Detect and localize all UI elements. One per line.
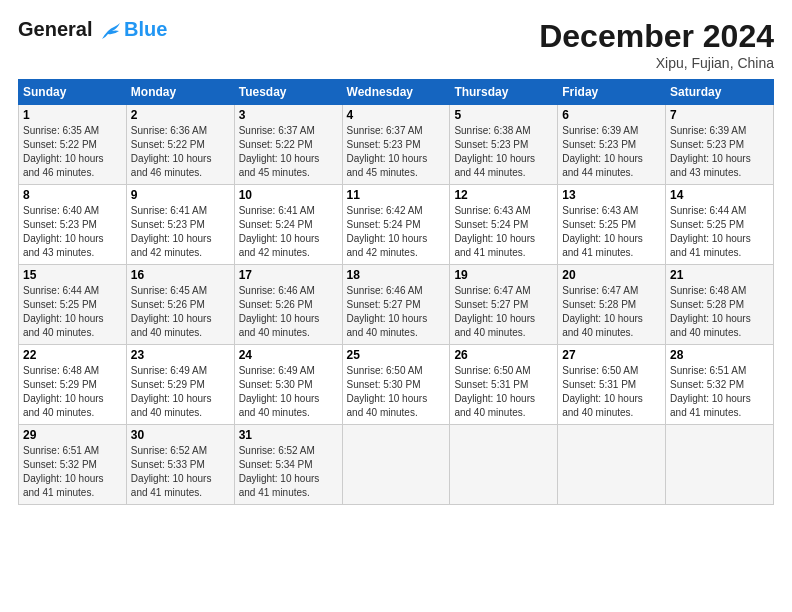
day-info: Sunrise: 6:47 AM Sunset: 5:28 PM Dayligh… xyxy=(562,284,661,340)
day-number: 12 xyxy=(454,188,553,202)
calendar-cell: 23Sunrise: 6:49 AM Sunset: 5:29 PM Dayli… xyxy=(126,345,234,425)
day-info: Sunrise: 6:38 AM Sunset: 5:23 PM Dayligh… xyxy=(454,124,553,180)
day-number: 6 xyxy=(562,108,661,122)
day-number: 31 xyxy=(239,428,338,442)
col-monday: Monday xyxy=(126,80,234,105)
calendar-cell: 7Sunrise: 6:39 AM Sunset: 5:23 PM Daylig… xyxy=(666,105,774,185)
day-info: Sunrise: 6:49 AM Sunset: 5:29 PM Dayligh… xyxy=(131,364,230,420)
day-number: 14 xyxy=(670,188,769,202)
day-number: 28 xyxy=(670,348,769,362)
day-info: Sunrise: 6:48 AM Sunset: 5:28 PM Dayligh… xyxy=(670,284,769,340)
day-number: 22 xyxy=(23,348,122,362)
day-info: Sunrise: 6:44 AM Sunset: 5:25 PM Dayligh… xyxy=(670,204,769,260)
calendar-cell: 14Sunrise: 6:44 AM Sunset: 5:25 PM Dayli… xyxy=(666,185,774,265)
day-info: Sunrise: 6:42 AM Sunset: 5:24 PM Dayligh… xyxy=(347,204,446,260)
day-number: 13 xyxy=(562,188,661,202)
day-info: Sunrise: 6:37 AM Sunset: 5:22 PM Dayligh… xyxy=(239,124,338,180)
header: General Blue December 2024 Xipu, Fujian,… xyxy=(18,18,774,71)
day-info: Sunrise: 6:41 AM Sunset: 5:24 PM Dayligh… xyxy=(239,204,338,260)
page-container: General Blue December 2024 Xipu, Fujian,… xyxy=(0,0,792,515)
day-number: 26 xyxy=(454,348,553,362)
day-number: 10 xyxy=(239,188,338,202)
calendar-cell: 24Sunrise: 6:49 AM Sunset: 5:30 PM Dayli… xyxy=(234,345,342,425)
day-info: Sunrise: 6:46 AM Sunset: 5:26 PM Dayligh… xyxy=(239,284,338,340)
day-number: 15 xyxy=(23,268,122,282)
calendar-cell: 20Sunrise: 6:47 AM Sunset: 5:28 PM Dayli… xyxy=(558,265,666,345)
day-number: 8 xyxy=(23,188,122,202)
calendar-week-row-4: 22Sunrise: 6:48 AM Sunset: 5:29 PM Dayli… xyxy=(19,345,774,425)
logo-general: General xyxy=(18,18,92,40)
day-info: Sunrise: 6:50 AM Sunset: 5:31 PM Dayligh… xyxy=(454,364,553,420)
col-sunday: Sunday xyxy=(19,80,127,105)
calendar-cell: 1Sunrise: 6:35 AM Sunset: 5:22 PM Daylig… xyxy=(19,105,127,185)
day-number: 9 xyxy=(131,188,230,202)
day-number: 27 xyxy=(562,348,661,362)
day-number: 30 xyxy=(131,428,230,442)
day-number: 16 xyxy=(131,268,230,282)
calendar-cell xyxy=(342,425,450,505)
calendar-cell: 9Sunrise: 6:41 AM Sunset: 5:23 PM Daylig… xyxy=(126,185,234,265)
day-info: Sunrise: 6:44 AM Sunset: 5:25 PM Dayligh… xyxy=(23,284,122,340)
day-info: Sunrise: 6:52 AM Sunset: 5:34 PM Dayligh… xyxy=(239,444,338,500)
calendar-cell: 27Sunrise: 6:50 AM Sunset: 5:31 PM Dayli… xyxy=(558,345,666,425)
calendar-cell: 31Sunrise: 6:52 AM Sunset: 5:34 PM Dayli… xyxy=(234,425,342,505)
calendar-cell: 28Sunrise: 6:51 AM Sunset: 5:32 PM Dayli… xyxy=(666,345,774,425)
logo: General Blue xyxy=(18,18,167,41)
calendar-cell: 16Sunrise: 6:45 AM Sunset: 5:26 PM Dayli… xyxy=(126,265,234,345)
calendar-cell: 10Sunrise: 6:41 AM Sunset: 5:24 PM Dayli… xyxy=(234,185,342,265)
day-number: 4 xyxy=(347,108,446,122)
month-title: December 2024 xyxy=(539,18,774,55)
day-info: Sunrise: 6:45 AM Sunset: 5:26 PM Dayligh… xyxy=(131,284,230,340)
day-info: Sunrise: 6:50 AM Sunset: 5:30 PM Dayligh… xyxy=(347,364,446,420)
calendar-cell: 18Sunrise: 6:46 AM Sunset: 5:27 PM Dayli… xyxy=(342,265,450,345)
day-info: Sunrise: 6:47 AM Sunset: 5:27 PM Dayligh… xyxy=(454,284,553,340)
calendar-cell: 29Sunrise: 6:51 AM Sunset: 5:32 PM Dayli… xyxy=(19,425,127,505)
calendar-cell xyxy=(558,425,666,505)
calendar-week-row-3: 15Sunrise: 6:44 AM Sunset: 5:25 PM Dayli… xyxy=(19,265,774,345)
day-info: Sunrise: 6:49 AM Sunset: 5:30 PM Dayligh… xyxy=(239,364,338,420)
day-number: 18 xyxy=(347,268,446,282)
calendar-cell xyxy=(450,425,558,505)
calendar-week-row-1: 1Sunrise: 6:35 AM Sunset: 5:22 PM Daylig… xyxy=(19,105,774,185)
day-number: 5 xyxy=(454,108,553,122)
day-info: Sunrise: 6:50 AM Sunset: 5:31 PM Dayligh… xyxy=(562,364,661,420)
col-tuesday: Tuesday xyxy=(234,80,342,105)
calendar-cell: 8Sunrise: 6:40 AM Sunset: 5:23 PM Daylig… xyxy=(19,185,127,265)
calendar-cell: 2Sunrise: 6:36 AM Sunset: 5:22 PM Daylig… xyxy=(126,105,234,185)
col-friday: Friday xyxy=(558,80,666,105)
col-thursday: Thursday xyxy=(450,80,558,105)
day-number: 17 xyxy=(239,268,338,282)
logo-bird-icon xyxy=(100,21,122,41)
day-info: Sunrise: 6:36 AM Sunset: 5:22 PM Dayligh… xyxy=(131,124,230,180)
calendar-week-row-5: 29Sunrise: 6:51 AM Sunset: 5:32 PM Dayli… xyxy=(19,425,774,505)
day-number: 19 xyxy=(454,268,553,282)
calendar-cell: 17Sunrise: 6:46 AM Sunset: 5:26 PM Dayli… xyxy=(234,265,342,345)
day-info: Sunrise: 6:37 AM Sunset: 5:23 PM Dayligh… xyxy=(347,124,446,180)
day-number: 25 xyxy=(347,348,446,362)
day-info: Sunrise: 6:40 AM Sunset: 5:23 PM Dayligh… xyxy=(23,204,122,260)
day-info: Sunrise: 6:51 AM Sunset: 5:32 PM Dayligh… xyxy=(23,444,122,500)
location: Xipu, Fujian, China xyxy=(539,55,774,71)
calendar-cell: 6Sunrise: 6:39 AM Sunset: 5:23 PM Daylig… xyxy=(558,105,666,185)
calendar-cell: 19Sunrise: 6:47 AM Sunset: 5:27 PM Dayli… xyxy=(450,265,558,345)
calendar-cell: 21Sunrise: 6:48 AM Sunset: 5:28 PM Dayli… xyxy=(666,265,774,345)
calendar-cell: 4Sunrise: 6:37 AM Sunset: 5:23 PM Daylig… xyxy=(342,105,450,185)
day-info: Sunrise: 6:48 AM Sunset: 5:29 PM Dayligh… xyxy=(23,364,122,420)
calendar-cell xyxy=(666,425,774,505)
day-number: 11 xyxy=(347,188,446,202)
calendar-header-row: Sunday Monday Tuesday Wednesday Thursday… xyxy=(19,80,774,105)
calendar-cell: 30Sunrise: 6:52 AM Sunset: 5:33 PM Dayli… xyxy=(126,425,234,505)
logo-blue: Blue xyxy=(124,18,167,41)
calendar-cell: 15Sunrise: 6:44 AM Sunset: 5:25 PM Dayli… xyxy=(19,265,127,345)
day-number: 1 xyxy=(23,108,122,122)
day-info: Sunrise: 6:41 AM Sunset: 5:23 PM Dayligh… xyxy=(131,204,230,260)
calendar-cell: 13Sunrise: 6:43 AM Sunset: 5:25 PM Dayli… xyxy=(558,185,666,265)
col-saturday: Saturday xyxy=(666,80,774,105)
day-number: 2 xyxy=(131,108,230,122)
title-block: December 2024 Xipu, Fujian, China xyxy=(539,18,774,71)
day-info: Sunrise: 6:52 AM Sunset: 5:33 PM Dayligh… xyxy=(131,444,230,500)
day-info: Sunrise: 6:39 AM Sunset: 5:23 PM Dayligh… xyxy=(670,124,769,180)
day-number: 7 xyxy=(670,108,769,122)
day-number: 20 xyxy=(562,268,661,282)
day-info: Sunrise: 6:35 AM Sunset: 5:22 PM Dayligh… xyxy=(23,124,122,180)
